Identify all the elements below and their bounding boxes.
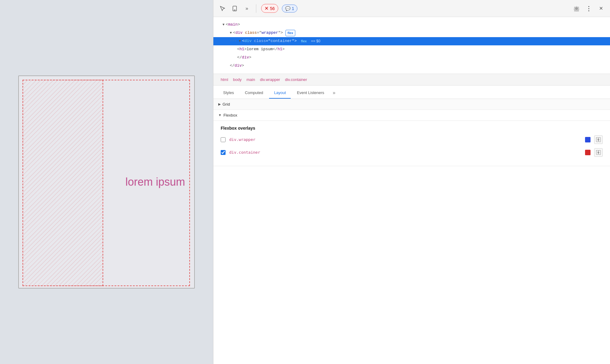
- overlay-row-container: div.container: [221, 148, 603, 157]
- message-icon: 💬: [285, 6, 290, 11]
- flexbox-triangle: ▼: [218, 113, 222, 117]
- grid-label: Grid: [223, 102, 230, 107]
- tree-container[interactable]: ··· ▼ <div class="container" > flex == $…: [213, 37, 610, 45]
- tabs-bar: Styles Computed Layout Event Listeners »: [213, 86, 610, 99]
- flexbox-section-header[interactable]: ▼ Flexbox: [213, 110, 610, 121]
- container-overlay-label: div.container: [229, 150, 581, 155]
- flexbox-content: Flexbox overlays div.wrapper: [213, 121, 610, 166]
- close-icon[interactable]: ✕: [597, 4, 605, 13]
- container-highlight-icon[interactable]: [594, 148, 603, 157]
- wrapper-highlight-icon[interactable]: [594, 135, 603, 144]
- more-icon-container: ···: [230, 38, 237, 44]
- toolbar-separator-1: [256, 4, 256, 13]
- overlay-row-wrapper: div.wrapper: [221, 135, 603, 144]
- viewport-panel: lorem ipsum: [0, 0, 213, 364]
- triangle-container: ▼: [239, 39, 241, 44]
- inspect-icon[interactable]: [218, 4, 227, 13]
- grid-section-header[interactable]: ▶ Grid: [213, 99, 610, 110]
- wrapper-color-swatch[interactable]: [585, 137, 591, 142]
- tree-close-container[interactable]: </div>: [213, 54, 610, 62]
- breadcrumb-body[interactable]: body: [231, 76, 244, 83]
- kebab-menu-icon[interactable]: ⋮: [584, 4, 593, 13]
- tab-layout[interactable]: Layout: [269, 88, 291, 99]
- html-tree: ▼ <main> ▼ <div class="wrapper" > flex ·…: [213, 17, 610, 74]
- error-badge[interactable]: ✕ 56: [261, 4, 278, 13]
- container-color-swatch[interactable]: [585, 150, 591, 155]
- flexbox-label: Flexbox: [223, 113, 237, 117]
- breadcrumb-container[interactable]: div.container: [282, 76, 310, 83]
- breadcrumb-bar: html body main div.wrapper div.container: [213, 74, 610, 86]
- tree-main[interactable]: ▼ <main>: [213, 21, 610, 29]
- devtools-toolbar: » ✕ 56 💬 1 ⋮ ✕: [213, 0, 610, 17]
- lorem-ipsum-text: lorem ipsum: [125, 176, 185, 188]
- tree-close-wrapper[interactable]: </div>: [213, 62, 610, 70]
- more-panels-icon[interactable]: »: [243, 4, 251, 13]
- layout-content: ▶ Grid ▼ Flexbox Flexbox overlays div.wr…: [213, 99, 610, 364]
- message-badge[interactable]: 💬 1: [282, 5, 298, 12]
- tab-event-listeners[interactable]: Event Listeners: [292, 88, 329, 99]
- container-checkbox[interactable]: [221, 150, 226, 155]
- flexbox-overlays-title: Flexbox overlays: [221, 126, 603, 131]
- flex-badge-container[interactable]: flex: [299, 38, 309, 44]
- dollar-zero: == $0: [311, 38, 321, 44]
- wrapper-overlay-label: div.wrapper: [229, 137, 581, 142]
- settings-icon[interactable]: [572, 4, 581, 13]
- tab-computed[interactable]: Computed: [240, 88, 268, 99]
- breadcrumb-main[interactable]: main: [244, 76, 258, 83]
- svg-rect-1: [234, 10, 236, 10]
- breadcrumb-html[interactable]: html: [218, 76, 231, 83]
- browser-content: lorem ipsum: [18, 75, 195, 289]
- triangle-wrapper: ▼: [230, 30, 232, 36]
- wrapper-checkbox[interactable]: [221, 137, 226, 142]
- message-count: 1: [292, 6, 294, 11]
- devtools-panel: » ✕ 56 💬 1 ⋮ ✕ ▼ <main>: [213, 0, 610, 364]
- error-icon: ✕: [265, 5, 268, 11]
- breadcrumb-wrapper[interactable]: div.wrapper: [258, 76, 282, 83]
- tree-h1[interactable]: <h1> lorem ipsum </h1>: [213, 45, 610, 54]
- grid-triangle: ▶: [218, 102, 221, 106]
- tab-more-icon[interactable]: »: [330, 88, 338, 99]
- flex-badge-wrapper[interactable]: flex: [286, 30, 296, 37]
- error-count: 56: [270, 6, 275, 11]
- tree-wrapper[interactable]: ▼ <div class="wrapper" > flex: [213, 29, 610, 37]
- tab-styles[interactable]: Styles: [218, 88, 239, 99]
- triangle-main: ▼: [223, 22, 225, 28]
- container-overlay: [23, 80, 103, 286]
- device-icon[interactable]: [230, 4, 239, 13]
